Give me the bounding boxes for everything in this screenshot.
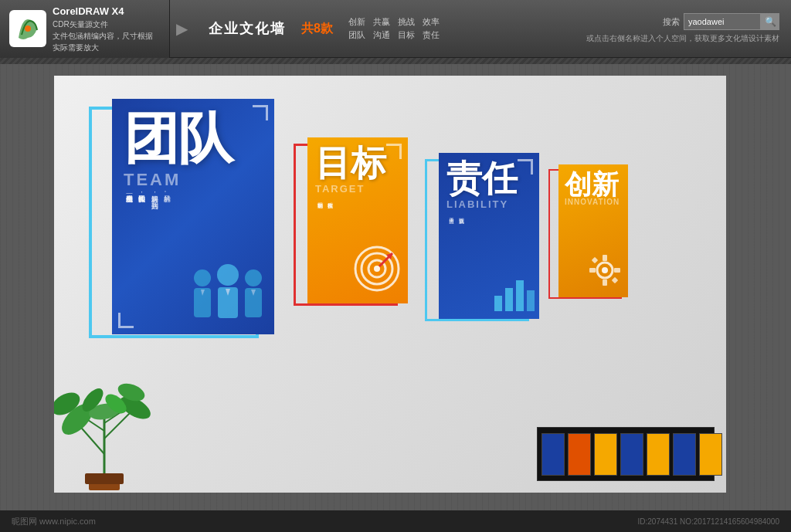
thumbnail-2 [568,433,591,476]
thumbnail-4 [620,433,643,476]
logo-section: CorelDRAW X4 CDR矢量源文件 文件包涵精编内容，尺寸根据实际需要放… [0,0,170,58]
search-section: 搜索 🔍 或点击右侧名称进入个人空间，获取更多文化墙设计素材 [575,7,791,50]
corner-tl2 [386,144,402,159]
panel-tuandui-chinese: 团队 [124,110,263,166]
divider-arrow: ▶ [170,0,193,58]
tag-tuandui: 团队 [348,29,365,41]
svg-point-18 [194,269,211,286]
display-area: 团队 TEAM 合理利用每一个成员的知识和技能协同工作，解决问题，达到共同的目标… [54,76,726,493]
svg-rect-3 [85,473,124,484]
panel-tuandui-english: TEAM [124,170,263,190]
svg-rect-42 [612,277,618,283]
tag-xiaolv: 效率 [423,16,440,28]
panel-tuandui: 团队 TEAM 合理利用每一个成员的知识和技能协同工作，解决问题，达到共同的目标… [100,99,278,354]
panel-chuangxin: 创新 INNOVATION [555,164,632,307]
panel-chuangxin-chinese: 创新 [565,171,622,198]
panel-zeren-card: 责任 LIABILITY 勇于担当认真履职 [439,153,539,319]
search-desc: 或点击右侧名称进入个人空间，获取更多文化墙设计素材 [586,33,779,44]
svg-point-1 [25,25,31,32]
panel-mubiao: 目标 TARGET 制定明确目标积极落实执行 [301,137,409,315]
panel-zeren-english: LIABILITY [446,198,531,210]
thumbnail-6 [673,433,696,476]
file-type-label: CDR矢量源文件 [53,19,160,30]
svg-rect-37 [603,255,607,261]
panel-mubiao-english: TARGET [315,183,400,195]
panel-tuandui-card: 团队 TEAM 合理利用每一个成员的知识和技能协同工作，解决问题，达到共同的目标… [112,99,274,334]
header-stripe [0,58,791,64]
watermark-bar: 昵图网 www.nipic.com ID:2074431 NO:20171214… [0,510,791,532]
file-desc: 文件包涵精编内容，尺寸根据实际需要放大 [53,30,160,53]
plant-decoration [54,369,154,493]
tag-chuangxin: 创新 [348,16,365,28]
people-icon [185,253,270,330]
panel-mubiao-card: 目标 TARGET 制定明确目标积极落实执行 [307,137,408,303]
thumbnail-5 [647,433,670,476]
app-logo-icon [9,10,46,47]
svg-rect-41 [592,257,598,263]
tag-tiaozhan: 挑战 [398,16,415,28]
svg-rect-32 [505,288,513,311]
svg-rect-31 [494,296,502,311]
svg-rect-40 [614,268,620,273]
search-row: 搜索 🔍 [663,13,779,30]
tag-goutong: 沟通 [373,29,390,41]
search-input[interactable] [684,13,761,30]
main-content: 团队 TEAM 合理利用每一个成员的知识和技能协同工作，解决问题，达到共同的目标… [0,64,791,532]
tags-grid: 创新 共赢 挑战 效率 团队 沟通 目标 责任 [348,16,440,41]
corner-tl [253,105,268,120]
gear-icon [586,251,624,290]
panel-chuangxin-card: 创新 INNOVATION [558,164,628,297]
svg-rect-34 [527,290,535,311]
corner-tl3 [518,159,533,175]
panel-chuangxin-english: INNOVATION [565,198,622,206]
header: CorelDRAW X4 CDR矢量源文件 文件包涵精编内容，尺寸根据实际需要放… [0,0,791,58]
thumbnail-strip [537,427,715,481]
thumbnail-7 [699,433,722,476]
svg-point-28 [374,266,380,272]
panel-zeren: 责任 LIABILITY 勇于担当认真履职 [433,153,541,330]
logo-text: CorelDRAW X4 CDR矢量源文件 文件包涵精编内容，尺寸根据实际需要放… [53,4,160,54]
search-button[interactable]: 🔍 [761,13,779,30]
search-label: 搜索 [663,16,680,28]
panel-tuandui-desc: 合理利用每一个成员的知识和技能协同工作，解决问题，达到共同的目标。 [124,190,174,321]
svg-rect-39 [589,268,596,273]
tag-gongying: 共赢 [373,16,390,28]
main-title: 企业文化墙 [209,19,286,38]
tag-mubiao: 目标 [398,29,415,41]
watermark-site: 昵图网 www.nipic.com [12,516,96,527]
tag-zeren: 责任 [423,29,440,41]
thumbnail-1 [541,433,565,476]
bars-icon [493,276,535,311]
count-badge: 共8款 [301,21,333,37]
svg-point-20 [245,269,262,286]
svg-point-36 [602,267,608,273]
svg-rect-38 [603,280,607,286]
svg-rect-33 [516,280,524,311]
watermark-id: ID:2074431 NO:20171214165604984000 [638,517,780,526]
app-name: CorelDRAW X4 [53,4,160,19]
svg-point-16 [217,264,239,286]
thumbnail-3 [594,433,617,476]
middle-section: 企业文化墙 共8款 创新 共赢 挑战 效率 团队 沟通 目标 责任 [193,16,575,41]
target-icon [354,246,400,292]
